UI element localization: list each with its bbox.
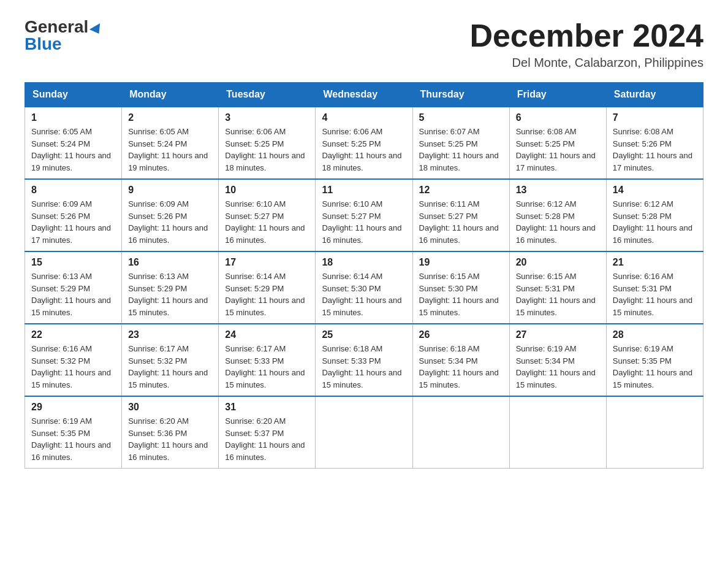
calendar-day-cell: 31Sunrise: 6:20 AMSunset: 5:37 PMDayligh… xyxy=(219,396,316,469)
day-number: 9 xyxy=(128,185,212,196)
day-number: 15 xyxy=(31,257,115,268)
calendar-day-cell: 6Sunrise: 6:08 AMSunset: 5:25 PMDaylight… xyxy=(509,107,606,179)
calendar-day-cell: 21Sunrise: 6:16 AMSunset: 5:31 PMDayligh… xyxy=(606,251,703,324)
day-number: 25 xyxy=(322,329,406,340)
calendar-table: SundayMondayTuesdayWednesdayThursdayFrid… xyxy=(25,82,703,469)
logo-triangle-icon xyxy=(89,23,104,37)
day-info: Sunrise: 6:15 AMSunset: 5:31 PMDaylight:… xyxy=(516,270,600,318)
calendar-day-cell: 26Sunrise: 6:18 AMSunset: 5:34 PMDayligh… xyxy=(412,324,509,396)
logo: General Blue xyxy=(25,18,103,53)
calendar-header-row: SundayMondayTuesdayWednesdayThursdayFrid… xyxy=(25,83,703,107)
day-number: 22 xyxy=(31,329,115,340)
page-header: General Blue December 2024 Del Monte, Ca… xyxy=(25,18,703,70)
calendar-empty-cell xyxy=(509,396,606,469)
calendar-day-cell: 25Sunrise: 6:18 AMSunset: 5:33 PMDayligh… xyxy=(316,324,412,396)
calendar-day-cell: 2Sunrise: 6:05 AMSunset: 5:24 PMDaylight… xyxy=(122,107,219,179)
day-info: Sunrise: 6:13 AMSunset: 5:29 PMDaylight:… xyxy=(128,270,212,318)
calendar-day-cell: 5Sunrise: 6:07 AMSunset: 5:25 PMDaylight… xyxy=(412,107,509,179)
calendar-day-cell: 1Sunrise: 6:05 AMSunset: 5:24 PMDaylight… xyxy=(25,107,122,179)
day-info: Sunrise: 6:20 AMSunset: 5:37 PMDaylight:… xyxy=(225,415,309,463)
day-info: Sunrise: 6:19 AMSunset: 5:35 PMDaylight:… xyxy=(613,343,697,391)
calendar-day-cell: 9Sunrise: 6:09 AMSunset: 5:26 PMDaylight… xyxy=(122,179,219,251)
calendar-day-cell: 15Sunrise: 6:13 AMSunset: 5:29 PMDayligh… xyxy=(25,251,122,324)
calendar-day-cell: 13Sunrise: 6:12 AMSunset: 5:28 PMDayligh… xyxy=(509,179,606,251)
day-info: Sunrise: 6:14 AMSunset: 5:30 PMDaylight:… xyxy=(322,270,406,318)
calendar-empty-cell xyxy=(316,396,412,469)
col-header-friday: Friday xyxy=(509,83,606,107)
day-number: 5 xyxy=(419,112,503,123)
day-number: 1 xyxy=(31,112,115,123)
day-info: Sunrise: 6:19 AMSunset: 5:35 PMDaylight:… xyxy=(31,415,115,463)
calendar-week-row: 29Sunrise: 6:19 AMSunset: 5:35 PMDayligh… xyxy=(25,396,703,469)
day-number: 17 xyxy=(225,257,309,268)
day-number: 2 xyxy=(128,112,212,123)
logo-top-line: General xyxy=(25,18,103,36)
day-number: 24 xyxy=(225,329,309,340)
day-info: Sunrise: 6:06 AMSunset: 5:25 PMDaylight:… xyxy=(322,126,406,174)
logo-blue-text: Blue xyxy=(25,36,62,53)
day-info: Sunrise: 6:17 AMSunset: 5:32 PMDaylight:… xyxy=(128,343,212,391)
calendar-empty-cell xyxy=(606,396,703,469)
calendar-day-cell: 30Sunrise: 6:20 AMSunset: 5:36 PMDayligh… xyxy=(122,396,219,469)
calendar-day-cell: 18Sunrise: 6:14 AMSunset: 5:30 PMDayligh… xyxy=(316,251,412,324)
col-header-thursday: Thursday xyxy=(412,83,509,107)
day-info: Sunrise: 6:18 AMSunset: 5:34 PMDaylight:… xyxy=(419,343,503,391)
day-number: 18 xyxy=(322,257,406,268)
calendar-day-cell: 22Sunrise: 6:16 AMSunset: 5:32 PMDayligh… xyxy=(25,324,122,396)
calendar-week-row: 15Sunrise: 6:13 AMSunset: 5:29 PMDayligh… xyxy=(25,251,703,324)
day-number: 30 xyxy=(128,402,212,413)
month-title: December 2024 xyxy=(469,18,703,53)
day-number: 11 xyxy=(322,185,406,196)
day-info: Sunrise: 6:12 AMSunset: 5:28 PMDaylight:… xyxy=(613,198,697,246)
col-header-monday: Monday xyxy=(122,83,219,107)
col-header-tuesday: Tuesday xyxy=(219,83,316,107)
day-number: 23 xyxy=(128,329,212,340)
day-info: Sunrise: 6:19 AMSunset: 5:34 PMDaylight:… xyxy=(516,343,600,391)
day-info: Sunrise: 6:08 AMSunset: 5:25 PMDaylight:… xyxy=(516,126,600,174)
calendar-day-cell: 7Sunrise: 6:08 AMSunset: 5:26 PMDaylight… xyxy=(606,107,703,179)
day-number: 19 xyxy=(419,257,503,268)
day-number: 20 xyxy=(516,257,600,268)
day-info: Sunrise: 6:06 AMSunset: 5:25 PMDaylight:… xyxy=(225,126,309,174)
calendar-day-cell: 14Sunrise: 6:12 AMSunset: 5:28 PMDayligh… xyxy=(606,179,703,251)
calendar-day-cell: 24Sunrise: 6:17 AMSunset: 5:33 PMDayligh… xyxy=(219,324,316,396)
col-header-wednesday: Wednesday xyxy=(316,83,412,107)
calendar-empty-cell xyxy=(412,396,509,469)
day-info: Sunrise: 6:05 AMSunset: 5:24 PMDaylight:… xyxy=(128,126,212,174)
day-info: Sunrise: 6:11 AMSunset: 5:27 PMDaylight:… xyxy=(419,198,503,246)
calendar-day-cell: 8Sunrise: 6:09 AMSunset: 5:26 PMDaylight… xyxy=(25,179,122,251)
day-number: 21 xyxy=(613,257,697,268)
calendar-week-row: 22Sunrise: 6:16 AMSunset: 5:32 PMDayligh… xyxy=(25,324,703,396)
col-header-saturday: Saturday xyxy=(606,83,703,107)
calendar-day-cell: 19Sunrise: 6:15 AMSunset: 5:30 PMDayligh… xyxy=(412,251,509,324)
day-info: Sunrise: 6:16 AMSunset: 5:32 PMDaylight:… xyxy=(31,343,115,391)
col-header-sunday: Sunday xyxy=(25,83,122,107)
day-number: 27 xyxy=(516,329,600,340)
location-subtitle: Del Monte, Calabarzon, Philippines xyxy=(469,56,703,70)
day-info: Sunrise: 6:10 AMSunset: 5:27 PMDaylight:… xyxy=(225,198,309,246)
day-info: Sunrise: 6:16 AMSunset: 5:31 PMDaylight:… xyxy=(613,270,697,318)
day-number: 6 xyxy=(516,112,600,123)
title-block: December 2024 Del Monte, Calabarzon, Phi… xyxy=(469,18,703,70)
calendar-day-cell: 10Sunrise: 6:10 AMSunset: 5:27 PMDayligh… xyxy=(219,179,316,251)
calendar-day-cell: 11Sunrise: 6:10 AMSunset: 5:27 PMDayligh… xyxy=(316,179,412,251)
calendar-day-cell: 12Sunrise: 6:11 AMSunset: 5:27 PMDayligh… xyxy=(412,179,509,251)
day-info: Sunrise: 6:08 AMSunset: 5:26 PMDaylight:… xyxy=(613,126,697,174)
calendar-day-cell: 16Sunrise: 6:13 AMSunset: 5:29 PMDayligh… xyxy=(122,251,219,324)
day-number: 13 xyxy=(516,185,600,196)
day-number: 26 xyxy=(419,329,503,340)
calendar-week-row: 8Sunrise: 6:09 AMSunset: 5:26 PMDaylight… xyxy=(25,179,703,251)
day-number: 16 xyxy=(128,257,212,268)
calendar-week-row: 1Sunrise: 6:05 AMSunset: 5:24 PMDaylight… xyxy=(25,107,703,179)
day-number: 10 xyxy=(225,185,309,196)
day-number: 28 xyxy=(613,329,697,340)
day-number: 14 xyxy=(613,185,697,196)
day-number: 3 xyxy=(225,112,309,123)
calendar-day-cell: 17Sunrise: 6:14 AMSunset: 5:29 PMDayligh… xyxy=(219,251,316,324)
day-info: Sunrise: 6:10 AMSunset: 5:27 PMDaylight:… xyxy=(322,198,406,246)
day-number: 12 xyxy=(419,185,503,196)
day-info: Sunrise: 6:20 AMSunset: 5:36 PMDaylight:… xyxy=(128,415,212,463)
day-info: Sunrise: 6:15 AMSunset: 5:30 PMDaylight:… xyxy=(419,270,503,318)
day-number: 8 xyxy=(31,185,115,196)
day-info: Sunrise: 6:17 AMSunset: 5:33 PMDaylight:… xyxy=(225,343,309,391)
